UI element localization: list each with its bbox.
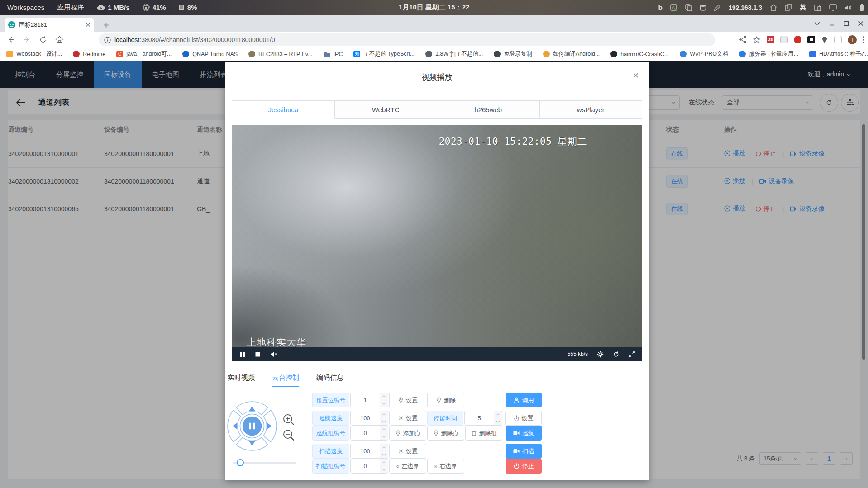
tab-live-video[interactable]: 实时视频 (228, 369, 255, 387)
scan-group-input[interactable]: 0 (350, 459, 388, 474)
window-maximize-icon[interactable] (844, 21, 849, 26)
cruise-speed-input[interactable]: 100 (350, 411, 388, 426)
cruise-speed-set-button[interactable]: 设置 (389, 411, 426, 426)
window-minimize-icon[interactable] (829, 21, 835, 26)
player-settings-icon[interactable] (597, 351, 604, 358)
delete-group-button[interactable]: 删除组 (465, 426, 502, 441)
home-icon[interactable] (770, 4, 777, 11)
bookmark-item[interactable]: Redmine (73, 51, 105, 57)
workspaces-button[interactable]: Workspaces (7, 4, 44, 11)
site-info-icon[interactable] (104, 37, 111, 43)
bookmark-item[interactable]: 知了不起的 TypeScri... (353, 50, 415, 58)
video-player[interactable]: 2023-01-10 15:22:05 星期二 上地科实大华 555 kb/s (232, 125, 642, 361)
extension-pin-icon[interactable] (821, 36, 828, 43)
bookmark-item[interactable]: 免登录复制 (494, 50, 532, 58)
zoom-out-icon[interactable] (282, 428, 296, 442)
extension-blank-icon[interactable] (834, 36, 842, 43)
battery-icon[interactable] (859, 4, 864, 11)
tab-webrtc[interactable]: WebRTC (335, 101, 438, 119)
share-icon[interactable] (739, 36, 747, 43)
right-boundary-button[interactable]: »右边界 (427, 459, 464, 474)
scan-speed-input[interactable]: 100 (350, 444, 388, 459)
forward-button[interactable] (20, 33, 33, 47)
volume-muted-icon[interactable] (270, 351, 277, 357)
extension-js-icon[interactable]: JS (767, 36, 774, 43)
preset-set-button[interactable]: 设置 (389, 393, 426, 407)
zoom-in-icon[interactable] (282, 413, 296, 426)
ptz-stop-button[interactable]: 停止 (506, 459, 542, 474)
pause-icon[interactable] (240, 351, 245, 357)
new-tab-button[interactable] (100, 19, 111, 30)
bookmark-item[interactable]: 服务器 - 轻量应用... (739, 50, 798, 58)
slider-handle[interactable] (237, 459, 244, 466)
display-icon[interactable] (829, 4, 837, 11)
cruise-button[interactable]: 巡航 (506, 426, 542, 441)
volume-icon[interactable] (844, 5, 852, 11)
bookmark-item[interactable]: Webstack - 设计... (6, 50, 62, 58)
bookmark-item[interactable]: WVP-PRO文档 (680, 50, 728, 58)
bookmark-item[interactable]: hairrrrr/C-CrashC... (610, 51, 669, 57)
browser-tab[interactable]: 国标28181 (5, 18, 94, 32)
cruise-group-input[interactable]: 0 (350, 426, 388, 441)
preset-call-button[interactable]: 调用 (506, 393, 542, 407)
tab-h265web[interactable]: h265web (437, 101, 540, 119)
stay-time-set-button[interactable]: 设置 (505, 411, 542, 426)
bookmark-star-icon[interactable] (753, 36, 761, 44)
gear-icon (398, 415, 404, 421)
system-bar: Workspaces 应用程序 1 MB/s 41% 8% 1月10日 星期二 … (0, 0, 868, 15)
preset-delete-button[interactable]: 删除 (427, 393, 464, 407)
tab-ptz-control[interactable]: 云台控制 (272, 369, 299, 387)
bookmark-folder[interactable]: IPC (324, 51, 343, 57)
screenshot-pen-icon[interactable] (714, 4, 721, 11)
bookmarks-overflow-chevron[interactable]: » (860, 50, 863, 58)
applications-button[interactable]: 应用程序 (57, 3, 84, 12)
recorder-icon[interactable] (700, 4, 706, 11)
stop-icon[interactable] (255, 352, 260, 357)
profile-avatar[interactable]: l (848, 35, 857, 44)
clock[interactable]: 1月10日 星期二 15：22 (399, 0, 470, 15)
scan-button[interactable]: 扫描 (506, 444, 542, 459)
translate-icon[interactable]: A (670, 4, 677, 11)
screen: Workspaces 应用程序 1 MB/s 41% 8% 1月10日 星期二 … (0, 0, 868, 488)
extension-dark-icon[interactable] (807, 36, 815, 43)
ime-indicator[interactable]: 英 (800, 4, 806, 12)
reload-button[interactable] (36, 33, 50, 47)
home-button[interactable] (52, 33, 66, 47)
stay-time-input[interactable]: 5 (464, 411, 502, 426)
tab-codec-info[interactable]: 编码信息 (316, 369, 343, 387)
scan-speed-set-button[interactable]: 设置 (389, 444, 426, 459)
bookmark-item[interactable]: QNAP Turbo NAS (182, 51, 238, 57)
preset-number-input[interactable]: 1 (350, 393, 388, 407)
tab-jessibuca[interactable]: Jessibuca (232, 101, 335, 119)
player-refresh-icon[interactable] (613, 351, 620, 358)
pin-icon (398, 397, 404, 403)
fullscreen-icon[interactable] (629, 351, 635, 357)
left-boundary-button[interactable]: «左边界 (389, 459, 426, 474)
back-button[interactable] (4, 33, 17, 47)
power-icon (514, 463, 520, 469)
bookmark-item[interactable]: HDAtmos :: 种子 *... (809, 50, 868, 58)
tab-close-icon[interactable] (86, 22, 91, 27)
browser-toolbar: localhost:38080/#/channelList/3402000000… (0, 32, 868, 47)
tab-wsplayer[interactable]: wsPlayer (540, 101, 642, 119)
dialog-close-icon[interactable]: ✕ (633, 71, 639, 81)
ptz-direction-pad[interactable] (226, 400, 278, 452)
phonelink-icon[interactable] (814, 4, 821, 11)
window-close-icon[interactable] (858, 21, 863, 26)
window-menu-icon[interactable] (814, 22, 820, 25)
bookmark-item[interactable]: RFC2833 – RTP Ev... (248, 51, 313, 57)
delete-point-button[interactable]: 删除点 (427, 426, 464, 441)
bookmark-item[interactable]: 1.8W字|了不起的... (425, 50, 483, 58)
extension-print-icon[interactable] (780, 36, 788, 43)
ptz-speed-slider[interactable] (233, 462, 296, 464)
browser-menu-icon[interactable] (863, 36, 864, 43)
workspaces-switcher-icon[interactable] (785, 4, 792, 11)
bookmark-item[interactable]: 如何编译Android... (543, 50, 600, 58)
address-bar[interactable]: localhost:38080/#/channelList/3402000000… (99, 33, 715, 46)
ip-address[interactable]: 192.168.1.3 (729, 4, 762, 11)
bookmark-item[interactable]: Cjava、android可... (116, 50, 172, 58)
add-point-button[interactable]: 添加点 (389, 426, 426, 441)
extension-blocker-icon[interactable] (794, 36, 801, 43)
clipboard-icon[interactable] (685, 4, 692, 11)
bing-icon[interactable]: b (658, 3, 663, 12)
